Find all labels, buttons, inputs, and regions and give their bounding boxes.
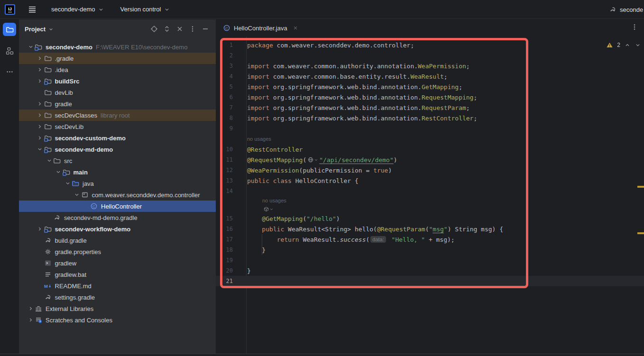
tree-item-devlib[interactable]: devLib [19,87,216,98]
chevron-right-icon[interactable] [27,316,35,324]
chevron-right-icon[interactable] [36,134,44,142]
line-number[interactable]: 8 [216,115,246,121]
code-line-10[interactable]: 10@RestController [216,144,644,155]
code-line-21[interactable]: 21 [216,276,644,286]
line-number[interactable]: 1 [216,42,246,48]
code-line-15[interactable]: 15 @GetMapping("/hello") [216,213,644,224]
previous-warning-icon[interactable] [624,42,631,48]
tree-item-build-gradle[interactable]: build.gradle [19,235,216,246]
tree-item-secondev-md-demo-gradle[interactable]: secondev-md-demo.gradle [19,212,216,223]
line-number[interactable]: 9 [216,125,246,132]
editor-tab-hellocontroller[interactable]: C HelloController.java [223,24,298,32]
line-number[interactable]: 14 [216,188,246,194]
hide-icon[interactable] [201,24,210,34]
code-line-11[interactable]: 11@RequestMapping("/api/secondev/demo") [216,155,644,165]
code-area[interactable]: 1package com.weaver.seconddev.demo.contr… [216,40,644,286]
line-number[interactable]: 20 [216,267,246,274]
tree-item-secondev-custom-demo[interactable]: secondev-custom-demo [19,132,216,144]
chevron-down-icon[interactable] [36,146,44,153]
code-line-16[interactable]: 16 public WeaResult<String> hello(@Reque… [216,224,644,234]
tree-item-gradle-properties[interactable]: gradle.properties [19,246,216,257]
tree-item--idea[interactable]: .idea [19,64,216,75]
inlay-hint-text[interactable]: no usages [247,136,271,142]
chevron-down-icon[interactable] [45,157,53,164]
next-warning-icon[interactable] [635,42,641,48]
line-number[interactable]: 15 [216,215,246,222]
line-number[interactable]: 6 [216,94,246,100]
tree-item-external-libraries[interactable]: External Libraries [19,303,216,314]
endpoint-icon[interactable] [263,206,274,212]
project-folder-icon[interactable] [3,23,16,36]
tree-item-secdevlib[interactable]: secDevLib [19,121,216,132]
tree-item-secondev-md-demo[interactable]: secondev-md-demo [19,144,216,155]
chevron-right-icon[interactable] [36,66,44,73]
inlay-hint-text[interactable]: no usages [262,198,286,203]
chevron-right-icon[interactable] [36,225,44,233]
tree-item-hellocontroller[interactable]: CHelloController [19,201,216,212]
tree-item-main[interactable]: main [19,166,216,178]
code-line-5[interactable]: 5import org.springframework.web.bind.ann… [216,82,644,92]
line-number[interactable]: 21 [216,278,246,284]
chevron-right-icon[interactable] [36,111,44,119]
line-number[interactable]: 17 [216,236,246,243]
tree-item-settings-gradle[interactable]: settings.gradle [19,292,216,303]
collapse-all-icon[interactable] [175,24,184,34]
vcs-selector[interactable]: Version control [120,6,170,13]
code-line-12[interactable]: 12@WeaPermission(publicPermission = true… [216,165,644,175]
line-number[interactable]: 7 [216,104,246,111]
more-horizontal-icon[interactable] [3,65,16,78]
tree-item-java[interactable]: java [19,178,216,189]
code-line-14[interactable]: 14 [216,186,644,196]
locate-icon[interactable] [149,24,159,34]
scrollbar-warning-mark[interactable] [637,232,644,234]
tree-item-gradle[interactable]: gradle [19,98,216,110]
code-line-6[interactable]: 6import org.springframework.web.bind.ann… [216,92,644,102]
chevron-down-icon[interactable] [64,180,72,187]
tree-item--gradle[interactable]: .gradle [19,53,216,64]
code-line-8[interactable]: 8import org.springframework.web.bind.ann… [216,113,644,123]
tab-options-icon[interactable] [631,23,638,31]
more-vertical-icon[interactable] [188,24,197,34]
tree-item-buildsrc[interactable]: buildSrc [19,75,216,87]
tree-item-gradlew[interactable]: gradlew [19,257,216,269]
tree-item-secondev-workflow-demo[interactable]: secondev-workflow-demo [19,223,216,235]
close-tab-icon[interactable] [293,25,298,31]
code-line-3[interactable]: 3import com.weaver.common.authority.anno… [216,61,644,71]
tree-item-readme-md[interactable]: MREADME.md [19,280,216,292]
line-number[interactable]: 12 [216,167,246,173]
project-selector[interactable]: secondev-demo [51,6,104,13]
run-configuration-widget[interactable]: seconde [609,0,643,19]
chevron-right-icon[interactable] [36,55,44,62]
globe-icon[interactable] [307,156,318,163]
line-number[interactable]: 5 [216,83,246,90]
code-line-19[interactable]: 19 [216,255,644,265]
code-line-17[interactable]: 17 return WeaResult.success(data: "Hello… [216,234,644,245]
line-number[interactable]: 10 [216,146,246,153]
scrollbar-warning-mark[interactable] [637,186,644,188]
chevron-down-icon[interactable] [27,43,35,51]
code-line-4[interactable]: 4import com.weaver.common.base.entity.re… [216,71,644,82]
code-line-13[interactable]: 13public class HelloController { [216,175,644,186]
line-number[interactable]: 19 [216,257,246,264]
expand-all-icon[interactable] [162,24,172,34]
tree-item-scratches-and-consoles[interactable]: Scratches and Consoles [19,314,216,326]
code-line-1[interactable]: 1package com.weaver.seconddev.demo.contr… [216,40,644,50]
tree-item-secondev-demo[interactable]: secondev-demoF:\WEAVER E10\secondev-demo [19,41,216,53]
usages-inlay-hint[interactable]: no usages [216,134,644,144]
chevron-right-icon[interactable] [36,100,44,108]
tree-item-src[interactable]: src [19,155,216,166]
line-number[interactable]: 3 [216,63,246,69]
line-number[interactable]: 11 [216,156,246,163]
code-line-20[interactable]: 20} [216,265,644,276]
chevron-down-icon[interactable] [55,168,63,176]
chevron-right-icon[interactable] [36,123,44,130]
line-number[interactable]: 4 [216,73,246,80]
chevron-right-icon[interactable] [27,305,35,312]
hamburger-menu-icon[interactable] [26,3,39,16]
endpoint-inlay-row[interactable] [216,205,644,213]
inspection-widget[interactable]: 2 [606,42,641,48]
project-view-selector[interactable]: Project [25,26,54,33]
tree-item-gradlew-bat[interactable]: gradlew.bat [19,269,216,280]
line-number[interactable]: 16 [216,226,246,232]
code-line-2[interactable]: 2 [216,50,644,61]
